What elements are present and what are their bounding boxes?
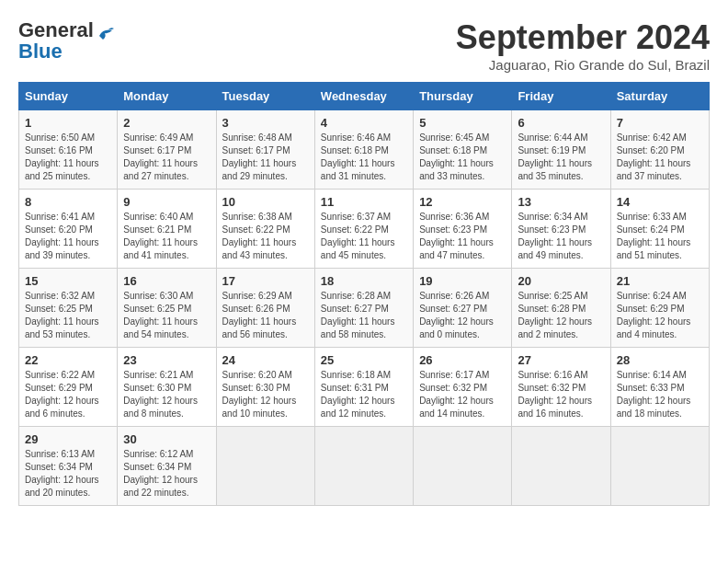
calendar-row: 15 Sunrise: 6:32 AM Sunset: 6:25 PM Dayl…: [19, 269, 710, 348]
col-thursday: Thursday: [414, 83, 512, 110]
calendar-row: 8 Sunrise: 6:41 AM Sunset: 6:20 PM Dayli…: [19, 190, 710, 269]
day-info: Sunrise: 6:33 AM Sunset: 6:24 PM Dayligh…: [617, 211, 703, 262]
calendar-row: 29 Sunrise: 6:13 AM Sunset: 6:34 PM Dayl…: [19, 427, 710, 506]
table-cell: 21 Sunrise: 6:24 AM Sunset: 6:29 PM Dayl…: [610, 269, 709, 348]
table-cell: 22 Sunrise: 6:22 AM Sunset: 6:29 PM Dayl…: [19, 348, 118, 427]
day-number: 9: [123, 195, 210, 209]
day-info: Sunrise: 6:18 AM Sunset: 6:31 PM Dayligh…: [321, 369, 407, 420]
day-number: 4: [321, 116, 407, 130]
day-info: Sunrise: 6:17 AM Sunset: 6:32 PM Dayligh…: [419, 369, 506, 420]
day-number: 11: [321, 195, 407, 209]
day-info: Sunrise: 6:42 AM Sunset: 6:20 PM Dayligh…: [617, 132, 703, 183]
day-number: 17: [222, 274, 309, 288]
day-number: 3: [222, 116, 309, 130]
day-number: 25: [321, 353, 407, 367]
day-number: 6: [518, 116, 604, 130]
table-cell: 18 Sunrise: 6:28 AM Sunset: 6:27 PM Dayl…: [314, 269, 413, 348]
day-info: Sunrise: 6:13 AM Sunset: 6:34 PM Dayligh…: [25, 448, 111, 500]
day-number: 13: [518, 195, 604, 209]
day-number: 19: [419, 274, 506, 288]
day-info: Sunrise: 6:28 AM Sunset: 6:27 PM Dayligh…: [321, 290, 407, 341]
day-info: Sunrise: 6:46 AM Sunset: 6:18 PM Dayligh…: [321, 132, 407, 183]
day-number: 12: [419, 195, 506, 209]
table-cell: 30 Sunrise: 6:12 AM Sunset: 6:34 PM Dayl…: [118, 427, 216, 506]
day-number: 29: [25, 432, 111, 446]
table-cell: 28 Sunrise: 6:14 AM Sunset: 6:33 PM Dayl…: [610, 348, 709, 427]
calendar-table: Sunday Monday Tuesday Wednesday Thursday…: [18, 82, 710, 506]
day-info: Sunrise: 6:21 AM Sunset: 6:30 PM Dayligh…: [123, 369, 210, 420]
day-number: 18: [321, 274, 407, 288]
table-cell: 7 Sunrise: 6:42 AM Sunset: 6:20 PM Dayli…: [610, 110, 709, 190]
day-info: Sunrise: 6:38 AM Sunset: 6:22 PM Dayligh…: [222, 211, 309, 262]
day-number: 14: [617, 195, 703, 209]
day-info: Sunrise: 6:34 AM Sunset: 6:23 PM Dayligh…: [518, 211, 604, 262]
day-number: 30: [123, 432, 210, 446]
day-info: Sunrise: 6:37 AM Sunset: 6:22 PM Dayligh…: [321, 211, 407, 262]
table-cell: 25 Sunrise: 6:18 AM Sunset: 6:31 PM Dayl…: [314, 348, 413, 427]
day-info: Sunrise: 6:32 AM Sunset: 6:25 PM Dayligh…: [25, 290, 111, 341]
day-info: Sunrise: 6:14 AM Sunset: 6:33 PM Dayligh…: [617, 369, 703, 420]
table-cell: 10 Sunrise: 6:38 AM Sunset: 6:22 PM Dayl…: [216, 190, 314, 269]
day-info: Sunrise: 6:48 AM Sunset: 6:17 PM Dayligh…: [222, 132, 309, 183]
table-cell: [216, 427, 314, 506]
table-cell: 16 Sunrise: 6:30 AM Sunset: 6:25 PM Dayl…: [118, 269, 216, 348]
day-info: Sunrise: 6:45 AM Sunset: 6:18 PM Dayligh…: [419, 132, 506, 183]
table-cell: 29 Sunrise: 6:13 AM Sunset: 6:34 PM Dayl…: [19, 427, 118, 506]
day-info: Sunrise: 6:20 AM Sunset: 6:30 PM Dayligh…: [222, 369, 309, 420]
title-block: September 2024 Jaguarao, Rio Grande do S…: [456, 18, 710, 73]
day-number: 16: [123, 274, 210, 288]
table-cell: 13 Sunrise: 6:34 AM Sunset: 6:23 PM Dayl…: [512, 190, 610, 269]
calendar-row: 1 Sunrise: 6:50 AM Sunset: 6:16 PM Dayli…: [19, 110, 710, 190]
day-number: 23: [123, 353, 210, 367]
col-tuesday: Tuesday: [216, 83, 314, 110]
day-number: 24: [222, 353, 309, 367]
table-cell: 9 Sunrise: 6:40 AM Sunset: 6:21 PM Dayli…: [118, 190, 216, 269]
day-number: 22: [25, 353, 111, 367]
table-cell: [314, 427, 413, 506]
table-cell: [610, 427, 709, 506]
day-info: Sunrise: 6:25 AM Sunset: 6:28 PM Dayligh…: [518, 290, 604, 341]
day-info: Sunrise: 6:41 AM Sunset: 6:20 PM Dayligh…: [25, 211, 111, 262]
table-cell: [512, 427, 610, 506]
table-cell: 19 Sunrise: 6:26 AM Sunset: 6:27 PM Dayl…: [414, 269, 512, 348]
table-cell: 4 Sunrise: 6:46 AM Sunset: 6:18 PM Dayli…: [314, 110, 413, 190]
location: Jaguarao, Rio Grande do Sul, Brazil: [456, 57, 710, 73]
day-number: 5: [419, 116, 506, 130]
table-cell: 14 Sunrise: 6:33 AM Sunset: 6:24 PM Dayl…: [610, 190, 709, 269]
day-number: 15: [25, 274, 111, 288]
table-cell: 23 Sunrise: 6:21 AM Sunset: 6:30 PM Dayl…: [118, 348, 216, 427]
logo: General Blue: [18, 18, 116, 63]
table-cell: 8 Sunrise: 6:41 AM Sunset: 6:20 PM Dayli…: [19, 190, 118, 269]
col-monday: Monday: [118, 83, 216, 110]
day-info: Sunrise: 6:24 AM Sunset: 6:29 PM Dayligh…: [617, 290, 703, 341]
header-row: Sunday Monday Tuesday Wednesday Thursday…: [19, 83, 710, 110]
logo-blue-text: Blue: [18, 40, 63, 63]
day-info: Sunrise: 6:22 AM Sunset: 6:29 PM Dayligh…: [25, 369, 111, 420]
day-info: Sunrise: 6:36 AM Sunset: 6:23 PM Dayligh…: [419, 211, 506, 262]
table-cell: 3 Sunrise: 6:48 AM Sunset: 6:17 PM Dayli…: [216, 110, 314, 190]
table-cell: [414, 427, 512, 506]
day-number: 1: [25, 116, 111, 130]
month-title: September 2024: [456, 18, 710, 57]
day-info: Sunrise: 6:50 AM Sunset: 6:16 PM Dayligh…: [25, 132, 111, 183]
day-info: Sunrise: 6:29 AM Sunset: 6:26 PM Dayligh…: [222, 290, 309, 341]
col-wednesday: Wednesday: [314, 83, 413, 110]
table-cell: 24 Sunrise: 6:20 AM Sunset: 6:30 PM Dayl…: [216, 348, 314, 427]
col-sunday: Sunday: [19, 83, 118, 110]
logo-bird-icon: [96, 23, 116, 43]
day-info: Sunrise: 6:44 AM Sunset: 6:19 PM Dayligh…: [518, 132, 604, 183]
table-cell: 20 Sunrise: 6:25 AM Sunset: 6:28 PM Dayl…: [512, 269, 610, 348]
col-friday: Friday: [512, 83, 610, 110]
col-saturday: Saturday: [610, 83, 709, 110]
day-number: 27: [518, 353, 604, 367]
table-cell: 6 Sunrise: 6:44 AM Sunset: 6:19 PM Dayli…: [512, 110, 610, 190]
page-header: General Blue September 2024 Jaguarao, Ri…: [18, 18, 710, 73]
day-info: Sunrise: 6:26 AM Sunset: 6:27 PM Dayligh…: [419, 290, 506, 341]
calendar-row: 22 Sunrise: 6:22 AM Sunset: 6:29 PM Dayl…: [19, 348, 710, 427]
table-cell: 5 Sunrise: 6:45 AM Sunset: 6:18 PM Dayli…: [414, 110, 512, 190]
day-number: 10: [222, 195, 309, 209]
day-number: 26: [419, 353, 506, 367]
day-info: Sunrise: 6:49 AM Sunset: 6:17 PM Dayligh…: [123, 132, 210, 183]
table-cell: 11 Sunrise: 6:37 AM Sunset: 6:22 PM Dayl…: [314, 190, 413, 269]
day-info: Sunrise: 6:40 AM Sunset: 6:21 PM Dayligh…: [123, 211, 210, 262]
